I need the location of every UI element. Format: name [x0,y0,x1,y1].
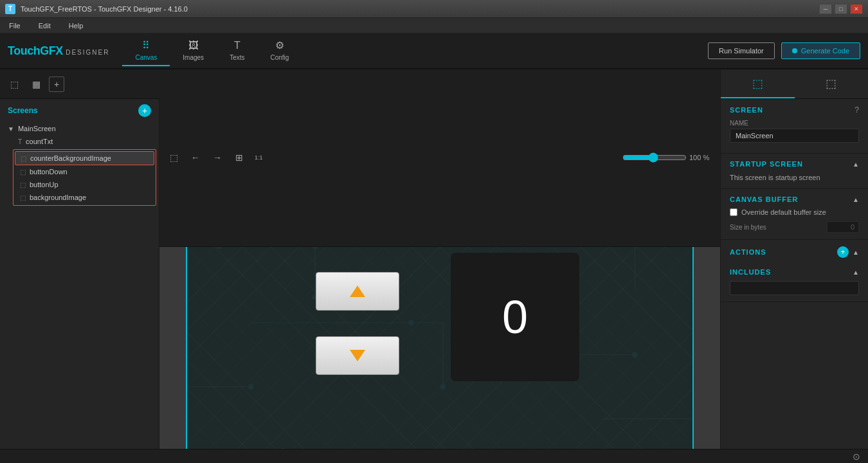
close-button[interactable]: ✕ [850,4,863,14]
bytes-row: Size in bytes [730,221,859,233]
tree-item-backgroundImage-label: backgroundImage [30,194,86,201]
canvas-buffer-title: CANVAS BUFFER [730,195,798,203]
left-sidebar: ⬚ ▦ + Screens + ▼ MainScreen T countTxt [0,69,159,449]
screen-tree: ▼ MainScreen T countTxt ⬚ counterBackgro… [0,122,159,207]
texts-tab-label: Texts [230,54,244,61]
actions-title: ACTIONS [730,248,766,256]
tree-item-counterBgImage-label: counterBackgroundImage [30,154,111,162]
left-second-toolbar: ⬚ ▦ + [0,69,159,99]
canvas-buffer-collapse-icon[interactable]: ▲ [853,196,859,203]
window-controls: ─ □ ✕ [819,4,863,14]
canvas-area: ⬚ ← → ⊞ 1:1 100 % [159,69,720,449]
startup-section-header: STARTUP SCREEN ▲ [730,160,859,168]
canvas-actual-size-button[interactable]: 1:1 [252,149,266,167]
tree-item-buttonDown[interactable]: ⬚ buttonDown [15,165,154,178]
status-icon: ⊙ [853,451,860,462]
down-arrow-icon [350,350,365,361]
run-simulator-button[interactable]: Run Simulator [708,42,775,59]
button-down-widget[interactable] [316,336,399,375]
title-text: TouchGFX_FreeRTOS - TouchGFX Designer - … [21,5,188,13]
add-widget-button[interactable]: + [49,77,64,92]
tree-item-backgroundImage[interactable]: ⬚ backgroundImage [15,191,154,204]
startup-text: This screen is startup screen [730,174,820,181]
tree-item-counterBgImage[interactable]: ⬚ counterBackgroundImage [15,151,154,165]
canvas-back-button[interactable]: ← [186,149,204,167]
tab-config[interactable]: ⚙ Config [257,35,302,66]
actions-collapse-icon[interactable]: ▲ [853,249,859,256]
tab-canvas[interactable]: ⠿ Canvas [122,35,170,66]
title-bar: T TouchGFX_FreeRTOS - TouchGFX Designer … [0,0,868,18]
generate-code-label: Generate Code [801,47,849,55]
svg-point-20 [249,384,254,389]
right-panel-tabs: ⬚ ⬚ [721,69,868,99]
canvas-wrapper: 0 [159,247,720,449]
svg-point-16 [632,352,637,358]
add-action-button[interactable]: + [837,246,849,258]
properties-tab[interactable]: ⬚ [721,69,795,98]
canvas-buffer-header: CANVAS BUFFER ▲ [730,195,859,203]
zoom-label: 100 % [689,154,715,161]
includes-input[interactable] [730,281,859,295]
top-toolbar: TouchGFX DESIGNER ⠿ Canvas 🖼 Images T Te… [0,33,868,69]
layers-tool-button[interactable]: ▦ [27,75,45,93]
add-screen-button[interactable]: + [138,104,151,117]
canvas-forward-button[interactable]: → [208,149,226,167]
canvas-fit-button[interactable]: ⊞ [230,149,248,167]
generate-dot-icon [792,48,797,53]
screen-help-icon[interactable]: ? [854,105,859,114]
tab-texts[interactable]: T Texts [217,35,257,66]
menu-file[interactable]: File [5,21,24,31]
tree-item-countTxt[interactable]: T countTxt [13,135,156,148]
tree-item-buttonUp[interactable]: ⬚ buttonUp [15,178,154,191]
texts-tab-icon: T [234,40,240,51]
startup-screen-section: STARTUP SCREEN ▲ This screen is startup … [721,154,868,189]
menu-help[interactable]: Help [65,21,87,31]
includes-collapse-icon[interactable]: ▲ [853,269,859,276]
canvas-tab-label: Canvas [135,54,157,61]
canvas-buffer-section: CANVAS BUFFER ▲ Override default buffer … [721,189,868,240]
tree-arrow-icon: ▼ [8,125,14,132]
bytes-label: Size in bytes [730,224,766,231]
svg-point-12 [280,448,285,449]
screen-section-title: SCREEN [730,106,763,114]
status-bar: ⊙ [0,449,868,463]
tree-children: T countTxt ⬚ counterBackgroundImage ⬚ bu… [13,135,156,206]
name-input[interactable] [730,129,859,143]
screen-properties-section: SCREEN ? NAME [721,99,868,154]
screen-section-header: SCREEN ? [730,105,859,114]
startup-collapse-icon[interactable]: ▲ [853,161,859,168]
tab-images[interactable]: 🖼 Images [170,35,217,66]
minimize-button[interactable]: ─ [819,4,832,14]
button-up-widget[interactable] [316,272,399,311]
text-type-icon: T [18,138,22,145]
includes-header: INCLUDES ▲ [730,268,859,276]
menu-edit[interactable]: Edit [35,21,55,31]
tree-main-screen[interactable]: ▼ MainScreen [3,122,156,135]
screens-header: Screens + [0,99,159,122]
name-property-row: NAME [730,120,859,143]
override-buffer-label: Override default buffer size [741,208,826,216]
images-tab-label: Images [183,54,204,61]
canvas-tab-icon: ⠿ [142,39,150,51]
counter-display-widget: 0 [451,253,579,381]
canvas-toolbar: ⬚ ← → ⊞ 1:1 100 % [159,69,720,247]
toolbar-tabs: ⠿ Canvas 🖼 Images T Texts ⚙ Config [122,35,302,66]
canvas-frame: 0 [186,247,694,449]
pointer-tool-button[interactable]: ⬚ [5,75,23,93]
interactions-tab[interactable]: ⬚ [795,69,869,98]
canvas-select-tool[interactable]: ⬚ [165,149,183,167]
logo-main: TouchGFX [8,44,63,57]
main-layout: ⬚ ▦ + Screens + ▼ MainScreen T countTxt [0,69,868,449]
generate-code-button[interactable]: Generate Code [781,42,860,59]
svg-point-18 [408,320,413,325]
maximize-button[interactable]: □ [835,4,847,14]
zoom-slider[interactable] [622,152,687,163]
menu-bar: File Edit Help [0,18,868,33]
bytes-input [827,221,859,233]
app-logo: TouchGFX DESIGNER [8,44,109,58]
svg-point-17 [217,247,222,249]
config-tab-label: Config [270,54,289,61]
image-type-icon-1: ⬚ [21,155,26,162]
override-buffer-checkbox[interactable] [730,208,737,216]
logo-sub: DESIGNER [66,49,109,56]
